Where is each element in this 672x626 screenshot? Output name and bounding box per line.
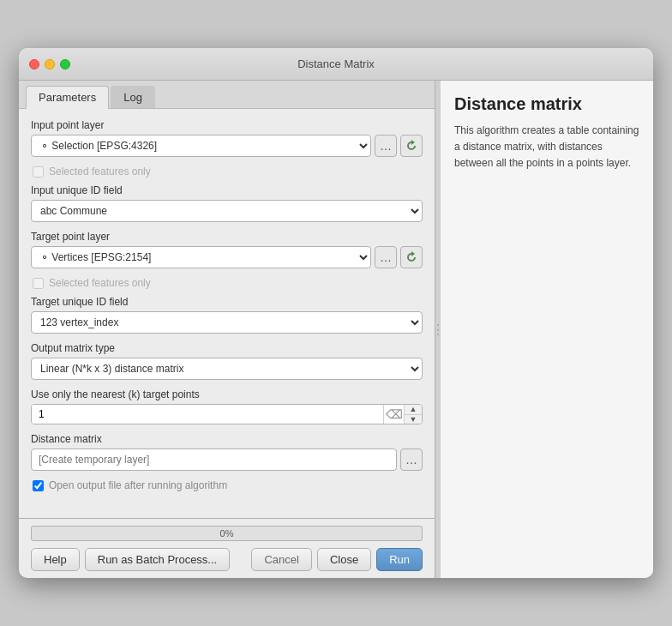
nearest-k-group: Use only the nearest (k) target points ⌫… (31, 388, 423, 424)
left-panel: Parameters Log Input point layer ⚬ Selec… (19, 81, 435, 578)
open-output-label: Open output file after running algorithm (49, 479, 227, 491)
window-title: Distance Matrix (297, 57, 375, 70)
close-button[interactable] (29, 59, 39, 69)
nearest-k-spinner: ▲ ▼ (404, 405, 422, 424)
target-layer-browse-button[interactable]: … (375, 246, 397, 268)
progress-text: 0% (220, 528, 234, 539)
distance-matrix-row: … (31, 448, 423, 471)
target-selected-row: Selected features only (31, 277, 423, 289)
tab-parameters[interactable]: Parameters (26, 86, 109, 109)
input-uid-group: Input unique ID field abc Commune (31, 184, 423, 222)
output-matrix-select[interactable]: Linear (N*k x 3) distance matrix (31, 358, 423, 380)
target-uid-row: 123 vertex_index (31, 311, 423, 334)
input-uid-select[interactable]: abc Commune (31, 200, 423, 222)
input-uid-label: Input unique ID field (31, 184, 423, 196)
distance-matrix-browse-button[interactable]: … (400, 448, 423, 471)
bottom-bar: 0% Help Run as Batch Process... Cancel C… (19, 518, 435, 578)
nearest-k-row: ⌫ ▲ ▼ (31, 404, 423, 424)
target-layer-group: Target point layer ⚬ Vertices [EPSG:2154… (31, 231, 423, 268)
titlebar: Distance Matrix (19, 48, 653, 81)
left-buttons: Help Run as Batch Process... (31, 548, 230, 571)
cancel-button[interactable]: Cancel (251, 548, 311, 571)
input-layer-browse-button[interactable]: … (375, 135, 397, 157)
right-buttons: Cancel Close Run (251, 548, 423, 571)
distance-matrix-label: Distance matrix (31, 433, 423, 445)
input-uid-row: abc Commune (31, 200, 423, 222)
input-selected-row: Selected features only (31, 166, 423, 178)
output-matrix-row: Linear (N*k x 3) distance matrix (31, 358, 423, 380)
nearest-k-increment-button[interactable]: ▲ (405, 405, 422, 415)
distance-matrix-group: Distance matrix … (31, 433, 423, 471)
target-layer-row: ⚬ Vertices [EPSG:2154] … (31, 246, 423, 268)
output-matrix-label: Output matrix type (31, 342, 423, 354)
target-uid-label: Target unique ID field (31, 296, 423, 308)
target-selected-label: Selected features only (49, 277, 151, 289)
target-uid-group: Target unique ID field 123 vertex_index (31, 296, 423, 334)
minimize-button[interactable] (45, 59, 55, 69)
info-title: Distance matrix (454, 94, 639, 114)
target-layer-refresh-button[interactable] (400, 246, 423, 268)
right-panel: Distance matrix This algorithm creates a… (441, 81, 653, 578)
target-uid-select[interactable]: 123 vertex_index (31, 311, 423, 334)
distance-matrix-input[interactable] (31, 448, 397, 471)
input-selected-checkbox[interactable] (33, 166, 44, 178)
target-selected-checkbox[interactable] (33, 278, 44, 289)
input-selected-label: Selected features only (49, 166, 151, 178)
target-layer-label: Target point layer (31, 231, 423, 243)
input-layer-group: Input point layer ⚬ Selection [EPSG:4326… (31, 119, 423, 157)
input-layer-select[interactable]: ⚬ Selection [EPSG:4326] (31, 135, 371, 157)
output-matrix-group: Output matrix type Linear (N*k x 3) dist… (31, 342, 423, 380)
open-output-row: Open output file after running algorithm (31, 479, 423, 491)
close-button[interactable]: Close (317, 548, 371, 571)
button-row: Help Run as Batch Process... Cancel Clos… (31, 548, 423, 571)
batch-button[interactable]: Run as Batch Process... (85, 548, 230, 571)
input-layer-row: ⚬ Selection [EPSG:4326] … (31, 135, 423, 157)
progress-bar: 0% (31, 526, 423, 541)
info-text: This algorithm creates a table containin… (454, 123, 639, 172)
tab-log[interactable]: Log (111, 86, 155, 108)
maximize-button[interactable] (60, 59, 70, 69)
main-window: Distance Matrix Parameters Log Input poi… (19, 48, 653, 578)
main-content: Parameters Log Input point layer ⚬ Selec… (19, 81, 653, 578)
run-button[interactable]: Run (376, 548, 423, 571)
help-button[interactable]: Help (31, 548, 80, 571)
target-layer-select[interactable]: ⚬ Vertices [EPSG:2154] (31, 246, 371, 268)
input-layer-label: Input point layer (31, 119, 423, 131)
nearest-k-decrement-button[interactable]: ▼ (405, 415, 422, 424)
nearest-k-label: Use only the nearest (k) target points (31, 388, 423, 400)
open-output-checkbox[interactable] (33, 480, 44, 491)
nearest-k-input[interactable] (32, 405, 383, 424)
input-layer-refresh-button[interactable] (400, 135, 423, 157)
nearest-k-clear-button[interactable]: ⌫ (383, 405, 404, 424)
params-content: Input point layer ⚬ Selection [EPSG:4326… (19, 109, 435, 518)
traffic-lights (29, 59, 70, 69)
tab-bar: Parameters Log (19, 81, 435, 109)
